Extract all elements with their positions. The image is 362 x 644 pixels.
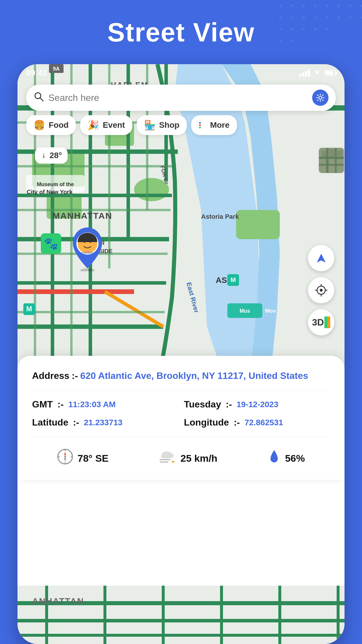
event-label: Event bbox=[103, 120, 125, 130]
wind-icon: ✦ bbox=[159, 449, 176, 468]
lat-sep: :- bbox=[73, 417, 79, 428]
info-panel: Address :- 620 Atlantic Ave, Brooklyn, N… bbox=[17, 356, 345, 480]
info-grid: GMT :- 11:23:03 AM Tuesday :- 19-12-2023… bbox=[32, 399, 330, 437]
svg-text:W: W bbox=[57, 455, 60, 458]
locate-button[interactable] bbox=[308, 277, 334, 303]
day-sep: :- bbox=[226, 399, 232, 410]
address-row: Address :- 620 Atlantic Ave, Brooklyn, N… bbox=[32, 370, 330, 390]
signal-icon bbox=[299, 69, 310, 77]
svg-point-7 bbox=[361, 5, 362, 7]
address-separator: :- bbox=[72, 370, 78, 381]
svg-text:Museum of the: Museum of the bbox=[37, 181, 74, 187]
svg-rect-78 bbox=[319, 164, 345, 166]
map-paw-marker[interactable]: 🐾 bbox=[41, 233, 61, 254]
lng-item: Longitude :- 72.862531 bbox=[184, 417, 330, 428]
svg-point-73 bbox=[199, 122, 201, 124]
svg-text:M: M bbox=[26, 305, 32, 313]
wifi-icon bbox=[313, 69, 321, 77]
address-label: Address bbox=[32, 370, 69, 381]
svg-point-6 bbox=[349, 5, 352, 7]
food-chip[interactable]: 🍔 Food bbox=[26, 115, 76, 135]
food-label: Food bbox=[49, 120, 68, 130]
search-input[interactable] bbox=[48, 92, 308, 103]
gmt-item: GMT :- 11:23:03 AM bbox=[32, 399, 178, 410]
svg-text:E: E bbox=[71, 455, 73, 458]
svg-point-4 bbox=[326, 5, 328, 7]
gmt-label: GMT bbox=[32, 399, 53, 410]
more-chip[interactable]: More bbox=[191, 115, 237, 135]
svg-text:N: N bbox=[64, 449, 66, 452]
svg-point-98 bbox=[64, 456, 66, 458]
humidity-value: 56% bbox=[285, 453, 305, 464]
svg-point-75 bbox=[199, 127, 201, 128]
event-chip[interactable]: 🎉 Event bbox=[80, 115, 132, 135]
shop-chip[interactable]: 🏪 Shop bbox=[137, 115, 187, 135]
svg-text:AS: AS bbox=[216, 276, 227, 285]
temperature-value: 28° bbox=[50, 151, 62, 160]
search-icon bbox=[34, 91, 44, 104]
svg-text:Mus: Mus bbox=[240, 308, 250, 314]
three-d-button[interactable]: 3D bbox=[308, 309, 334, 335]
food-icon: 🍔 bbox=[34, 120, 45, 131]
phone-frame: M Museum of the City of New York HARLEM … bbox=[17, 64, 345, 644]
bottom-map-label: ANHATTAN bbox=[32, 596, 84, 606]
svg-point-72 bbox=[319, 96, 322, 99]
humidity-icon bbox=[268, 449, 281, 468]
battery-icon bbox=[324, 70, 336, 76]
day-label: Tuesday bbox=[184, 399, 221, 410]
event-icon: 🎉 bbox=[87, 120, 99, 131]
weather-row: N S W E 78° SE bbox=[32, 446, 330, 468]
day-value: 19-12-2023 bbox=[237, 400, 330, 409]
lat-value: 21.233713 bbox=[84, 418, 178, 427]
map-area: M Museum of the City of New York HARLEM … bbox=[17, 64, 345, 370]
address-value: 620 Atlantic Ave, Brooklyn, NY 11217, Un… bbox=[80, 370, 330, 381]
compass-item: N S W E 78° SE bbox=[57, 449, 108, 468]
svg-text:✦: ✦ bbox=[171, 459, 175, 465]
svg-point-0 bbox=[279, 5, 282, 7]
day-item: Tuesday :- 19-12-2023 bbox=[184, 399, 330, 410]
svg-rect-81 bbox=[322, 151, 326, 157]
svg-text:Mov: Mov bbox=[265, 308, 276, 314]
user-location-pin[interactable] bbox=[70, 228, 105, 272]
lng-sep: :- bbox=[234, 417, 240, 428]
shop-label: Shop bbox=[159, 120, 180, 130]
svg-rect-77 bbox=[319, 157, 345, 159]
svg-point-1 bbox=[291, 5, 293, 7]
wind-value: 25 km/h bbox=[180, 453, 217, 464]
navigate-button[interactable] bbox=[308, 245, 334, 271]
svg-rect-83 bbox=[336, 151, 342, 156]
svg-point-5 bbox=[338, 5, 340, 7]
svg-point-3 bbox=[314, 5, 317, 7]
svg-point-104 bbox=[161, 454, 167, 459]
map-thumbnail[interactable] bbox=[318, 147, 345, 174]
svg-rect-95 bbox=[324, 316, 327, 328]
svg-point-74 bbox=[199, 124, 201, 126]
shop-icon: 🏪 bbox=[144, 120, 156, 131]
thermometer-icon: 🌡️ bbox=[41, 153, 47, 158]
svg-rect-82 bbox=[329, 149, 335, 157]
search-bar[interactable] bbox=[26, 85, 336, 111]
lat-item: Latitude :- 21.233713 bbox=[32, 417, 178, 428]
status-bar: 09:41 bbox=[17, 64, 345, 82]
more-label: More bbox=[210, 120, 230, 130]
temperature-widget: 🌡️ 28° bbox=[35, 147, 68, 164]
svg-text:S: S bbox=[64, 461, 66, 464]
more-icon bbox=[198, 120, 207, 130]
svg-text:City of New York: City of New York bbox=[27, 189, 73, 195]
category-chips: 🍔 Food 🎉 Event 🏪 Shop More bbox=[26, 115, 336, 135]
svg-point-105 bbox=[167, 453, 174, 458]
settings-icon[interactable] bbox=[312, 90, 328, 106]
lng-label: Longitude bbox=[184, 417, 229, 428]
lat-label: Latitude bbox=[32, 417, 68, 428]
svg-line-71 bbox=[40, 98, 43, 101]
gmt-sep: :- bbox=[57, 399, 64, 410]
svg-text:M: M bbox=[231, 276, 236, 284]
svg-text:Astoria Park: Astoria Park bbox=[201, 213, 239, 220]
svg-point-2 bbox=[303, 5, 305, 7]
bottom-map-strip: ANHATTAN bbox=[17, 586, 345, 644]
compass-value: 78° SE bbox=[78, 453, 108, 464]
svg-rect-28 bbox=[236, 210, 280, 239]
lng-value: 72.862531 bbox=[245, 418, 330, 427]
svg-rect-79 bbox=[326, 148, 328, 174]
three-d-label: 3D bbox=[312, 317, 324, 328]
